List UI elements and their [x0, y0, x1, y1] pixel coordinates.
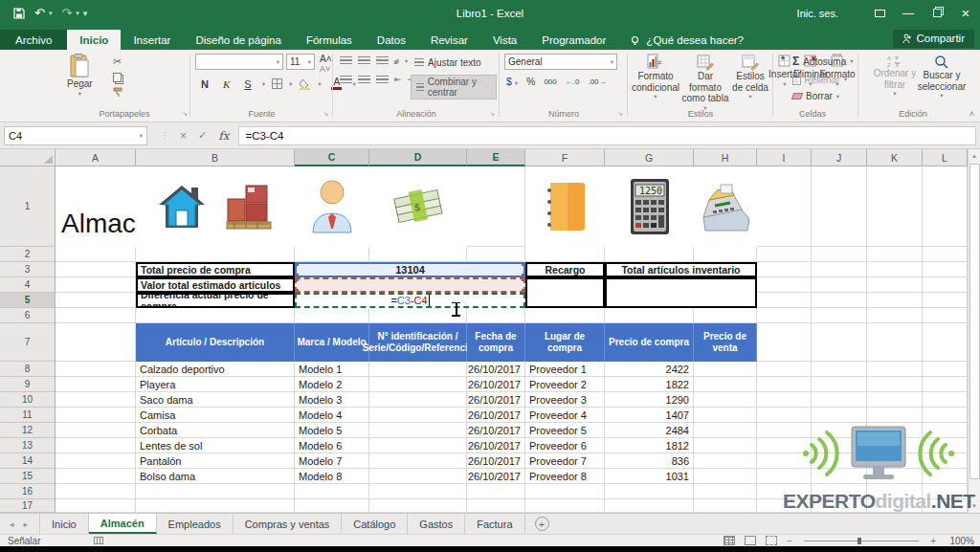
table-cell[interactable] — [694, 438, 757, 453]
table-cell[interactable]: Saco dama — [136, 392, 295, 408]
grid-cell[interactable] — [812, 484, 867, 499]
table-cell[interactable]: Proveedor 3 — [525, 392, 605, 408]
paste-button[interactable]: Pegar▾ — [67, 54, 93, 97]
grid-cell[interactable] — [757, 484, 812, 499]
table-cell[interactable]: 26/10/2017 — [467, 392, 525, 408]
enter-formula-icon[interactable]: ✓ — [198, 129, 207, 142]
table-cell[interactable] — [369, 438, 467, 453]
table-cell[interactable]: Lentes de sol — [136, 438, 295, 453]
cell-c3-selected[interactable]: 13104 — [295, 262, 525, 277]
page-break-view-icon[interactable] — [766, 536, 777, 545]
grid-cell[interactable] — [525, 308, 605, 323]
grid-cell[interactable] — [812, 408, 867, 423]
normal-view-icon[interactable] — [724, 536, 735, 545]
dialog-launcher-icon[interactable]: ↘ — [489, 110, 495, 118]
summary-label-valor-estimado[interactable]: Valor total estimado artículos — [136, 277, 295, 293]
grid-cell[interactable] — [56, 392, 136, 408]
table-cell[interactable] — [694, 423, 757, 438]
grid-cell[interactable] — [757, 499, 812, 513]
grid-cell[interactable] — [867, 469, 923, 484]
table-cell[interactable]: Pantalón — [136, 453, 295, 469]
column-header-L[interactable]: L — [923, 149, 968, 166]
grid-cell[interactable] — [136, 499, 295, 513]
tell-me-box[interactable]: ¿Qué desea hacer? — [630, 34, 744, 50]
grid-cell[interactable] — [867, 308, 923, 323]
align-top-icon[interactable] — [340, 56, 352, 65]
grid-cell[interactable] — [56, 469, 136, 484]
grid-cell[interactable] — [56, 408, 136, 423]
cell-f3-recargo[interactable]: Recargo — [525, 262, 605, 277]
grid-cell[interactable] — [867, 293, 923, 308]
scroll-up-icon[interactable]: ▴ — [969, 149, 980, 163]
table-cell[interactable] — [694, 408, 757, 423]
grid-cell[interactable] — [757, 362, 812, 377]
grid-cell[interactable] — [812, 392, 867, 408]
grid-cell[interactable] — [369, 499, 467, 513]
ribbon-tab-vista[interactable]: Vista — [480, 30, 529, 50]
grid-cell[interactable] — [757, 247, 812, 262]
font-name-combo[interactable]: ▾ — [195, 54, 283, 70]
ribbon-tab-datos[interactable]: Datos — [365, 30, 418, 50]
cell-g1-image[interactable]: 1250 — [605, 166, 694, 247]
grid-cell[interactable] — [694, 499, 757, 513]
row-header-10[interactable]: 10 — [0, 392, 56, 408]
column-header-I[interactable]: I — [757, 149, 812, 166]
grid-cell[interactable] — [812, 277, 867, 293]
grid-cell[interactable] — [757, 469, 812, 484]
table-cell[interactable]: 26/10/2017 — [467, 423, 525, 438]
row-header-4[interactable]: 4 — [0, 277, 56, 293]
grid-cell[interactable] — [923, 484, 968, 499]
grid-cell[interactable] — [923, 392, 968, 408]
grid-cell[interactable] — [605, 484, 694, 499]
grid-cell[interactable] — [56, 308, 136, 323]
copy-icon[interactable] — [113, 73, 122, 82]
grid-cell[interactable] — [295, 484, 369, 499]
table-cell[interactable]: 1290 — [605, 392, 694, 408]
table-cell[interactable]: 26/10/2017 — [467, 362, 525, 377]
row-header-6[interactable]: 6 — [0, 308, 56, 323]
zoom-out-icon[interactable]: − — [787, 536, 792, 546]
grid-cell[interactable] — [136, 247, 295, 262]
grid-cell[interactable] — [867, 484, 923, 499]
table-header-lugar[interactable]: Lugar de compra — [525, 323, 605, 362]
grid-cell[interactable] — [757, 277, 812, 293]
table-cell[interactable] — [694, 377, 757, 392]
grid-cell[interactable] — [56, 277, 136, 293]
grid-cell[interactable] — [812, 453, 867, 469]
table-cell[interactable]: Modelo 2 — [295, 377, 369, 392]
grid-cell[interactable] — [812, 499, 867, 513]
grid-cell[interactable] — [812, 438, 867, 453]
ribbon-tab-insertar[interactable]: Insertar — [121, 30, 183, 50]
comma-format-button[interactable]: 000 — [544, 77, 556, 86]
table-cell[interactable]: Modelo 5 — [295, 423, 369, 438]
grid-cell[interactable] — [867, 262, 923, 277]
autosum-button[interactable]: Σ Autosuma ▾ — [792, 55, 854, 68]
grid-cell[interactable] — [295, 499, 369, 513]
grid-cell[interactable] — [605, 247, 694, 262]
table-cell[interactable]: 26/10/2017 — [467, 453, 525, 469]
grid-cell[interactable] — [757, 262, 812, 277]
cut-icon[interactable]: ✂ — [113, 55, 124, 68]
table-cell[interactable]: 1031 — [605, 469, 694, 484]
grid-cell[interactable] — [56, 438, 136, 453]
grid-cell[interactable] — [757, 293, 812, 308]
grid-cell[interactable] — [923, 469, 968, 484]
format-painter-icon[interactable] — [113, 87, 124, 98]
grid-cell[interactable] — [812, 247, 867, 262]
table-cell[interactable] — [694, 362, 757, 377]
column-header-B[interactable]: B — [136, 149, 295, 166]
percent-format-button[interactable]: % — [526, 76, 535, 87]
table-cell[interactable]: Proveedor 6 — [525, 438, 605, 453]
align-left-icon[interactable] — [340, 76, 352, 84]
table-cell[interactable] — [369, 362, 467, 377]
column-header-E[interactable]: E — [467, 149, 525, 166]
close-icon[interactable]: × — [951, 0, 980, 26]
cell-c1-image[interactable] — [295, 166, 369, 247]
grid-cell[interactable] — [56, 262, 136, 277]
dialog-launcher-icon[interactable]: ↘ — [182, 110, 188, 118]
collapse-ribbon-icon[interactable]: ˄ — [969, 109, 974, 119]
grid-cell[interactable] — [867, 423, 923, 438]
restore-icon[interactable] — [923, 0, 951, 26]
grid-cell[interactable] — [369, 308, 467, 323]
grid-cell[interactable] — [694, 308, 757, 323]
